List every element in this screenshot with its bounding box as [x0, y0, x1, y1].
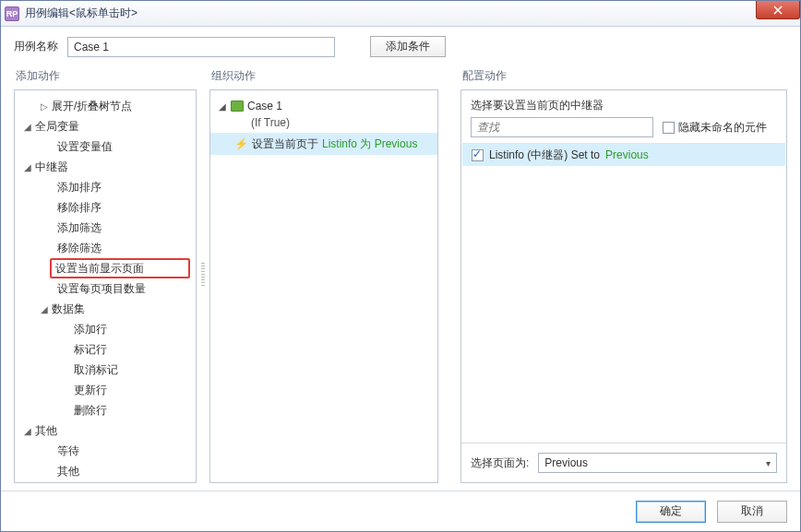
action-node[interactable]: ⚡ 设置当前页于 Listinfo 为 Previous	[210, 133, 437, 155]
chevron-down-icon: ▾	[766, 458, 771, 468]
grip-icon	[201, 263, 205, 287]
chevron-down-icon: ◢	[22, 426, 33, 436]
checkbox-checked-icon[interactable]	[472, 149, 484, 161]
chevron-down-icon: ◢	[22, 122, 33, 132]
tree-item[interactable]: ◢全局变量	[15, 116, 196, 136]
config-panel: 选择要设置当前页的中继器 隐藏未命名的元件 Listinfo (中继器) Set…	[460, 89, 787, 483]
case-node[interactable]: ◢ Case 1	[210, 96, 437, 116]
tree-item[interactable]: ◢中继器	[15, 157, 196, 177]
tree-item[interactable]: 取消标记	[15, 360, 196, 380]
add-condition-button[interactable]: 添加条件	[370, 36, 446, 57]
organize-panel: ◢ Case 1 (If True) ⚡ 设置当前页于 Listinfo 为 P…	[209, 89, 438, 483]
config-subtitle: 选择要设置当前页的中继器	[461, 90, 786, 117]
case-icon	[231, 100, 244, 112]
tree-item[interactable]: 删除行	[15, 400, 196, 420]
titlebar[interactable]: RP 用例编辑<鼠标单击时>	[1, 1, 800, 27]
tree-item[interactable]: 移除排序	[15, 197, 196, 218]
case-name-row: 用例名称 添加条件	[1, 27, 800, 66]
tree-item[interactable]: 设置每页项目数量	[15, 278, 196, 299]
select-page-label: 选择页面为:	[471, 455, 529, 471]
cancel-button[interactable]: 取消	[717, 501, 787, 523]
action-tree-panel: ▷展开/折叠树节点 ◢全局变量 设置变量值 ◢中继器 添加排序 移除排序 添加筛…	[14, 89, 197, 483]
close-icon	[773, 6, 783, 15]
window-title: 用例编辑<鼠标单击时>	[25, 6, 137, 21]
tree-item[interactable]: ◢其他	[15, 420, 196, 441]
organize-action-header: 组织动作	[209, 66, 438, 89]
case-editor-dialog: RP 用例编辑<鼠标单击时> 用例名称 添加条件 添加动作 ▷展开/折叠树节点 …	[0, 0, 801, 532]
config-action-header: 配置动作	[460, 66, 787, 89]
tree-item[interactable]: 添加排序	[15, 177, 196, 197]
chevron-down-icon: ◢	[22, 162, 33, 172]
ok-button[interactable]: 确定	[636, 501, 706, 523]
app-icon: RP	[5, 6, 19, 21]
tree-item[interactable]: 添加行	[15, 319, 196, 339]
search-input[interactable]	[471, 117, 653, 137]
page-select[interactable]: Previous ▾	[538, 453, 777, 473]
splitter-handle[interactable]	[200, 66, 206, 483]
tree-item[interactable]: 添加筛选	[15, 218, 196, 238]
tree-item-selected[interactable]: 设置当前显示页面	[50, 258, 190, 278]
case-condition: (If True)	[210, 116, 437, 131]
tree-item[interactable]: ▷展开/折叠树节点	[15, 96, 196, 116]
tree-item[interactable]: 标记行	[15, 339, 196, 360]
chevron-right-icon: ▷	[39, 101, 50, 112]
tree-item[interactable]: 更新行	[15, 380, 196, 400]
list-item[interactable]: Listinfo (中继器) Set to Previous	[462, 144, 785, 166]
add-action-header: 添加动作	[14, 66, 197, 89]
hide-unnamed-checkbox[interactable]: 隐藏未命名的元件	[663, 120, 767, 136]
tree-item[interactable]: 移除筛选	[15, 238, 196, 258]
action-tree[interactable]: ▷展开/折叠树节点 ◢全局变量 设置变量值 ◢中继器 添加排序 移除排序 添加筛…	[15, 90, 196, 482]
chevron-down-icon: ◢	[218, 101, 227, 112]
bolt-icon: ⚡	[234, 137, 248, 150]
case-name-input[interactable]	[67, 37, 335, 57]
close-button[interactable]	[756, 1, 800, 19]
chevron-down-icon: ◢	[39, 304, 50, 314]
repeater-list[interactable]: Listinfo (中继器) Set to Previous	[462, 143, 785, 443]
tree-item[interactable]: 设置变量值	[15, 136, 196, 157]
tree-item[interactable]: 其他	[15, 461, 196, 481]
tree-item[interactable]: 触发事件	[15, 481, 196, 482]
case-name-label: 用例名称	[14, 39, 58, 54]
tree-item[interactable]: 等待	[15, 441, 196, 461]
checkbox-icon	[663, 122, 675, 134]
tree-item[interactable]: ◢数据集	[15, 299, 196, 319]
case-tree[interactable]: ◢ Case 1 (If True) ⚡ 设置当前页于 Listinfo 为 P…	[210, 90, 437, 482]
dialog-footer: 确定 取消	[1, 491, 800, 531]
